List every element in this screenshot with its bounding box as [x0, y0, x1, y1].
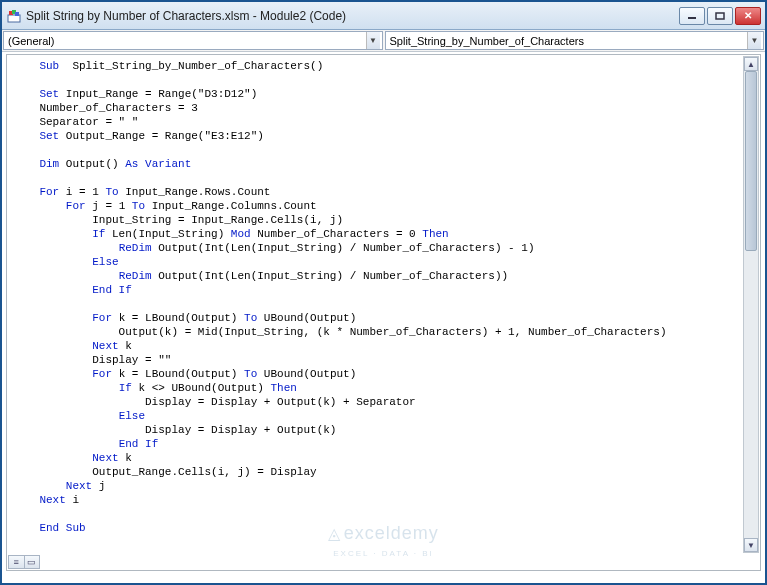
vertical-scrollbar[interactable]: ▲ ▼	[743, 56, 759, 553]
window-title: Split String by Number of Characters.xls…	[26, 9, 679, 23]
procedure-dropdown-value: Split_String_by_Number_of_Characters	[390, 35, 584, 47]
minimize-button[interactable]	[679, 7, 705, 25]
titlebar: Split String by Number of Characters.xls…	[2, 2, 765, 30]
svg-rect-5	[716, 13, 724, 19]
procedure-view-button[interactable]: ≡	[9, 556, 25, 568]
code-editor[interactable]: Sub Split_String_by_Number_of_Characters…	[7, 55, 760, 570]
chevron-down-icon: ▼	[747, 32, 761, 49]
object-dropdown-value: (General)	[8, 35, 54, 47]
object-dropdown[interactable]: (General) ▼	[3, 31, 383, 50]
object-procedure-row: (General) ▼ Split_String_by_Number_of_Ch…	[2, 30, 765, 52]
scroll-down-button[interactable]: ▼	[744, 538, 758, 552]
vba-module-icon	[6, 8, 22, 24]
svg-rect-0	[8, 15, 20, 22]
svg-rect-3	[15, 12, 19, 16]
close-button[interactable]: ✕	[735, 7, 761, 25]
maximize-button[interactable]	[707, 7, 733, 25]
scroll-up-button[interactable]: ▲	[744, 57, 758, 71]
window-buttons: ✕	[679, 7, 761, 25]
full-module-view-button[interactable]: ▭	[25, 556, 40, 568]
procedure-dropdown[interactable]: Split_String_by_Number_of_Characters ▼	[385, 31, 765, 50]
scroll-thumb[interactable]	[745, 71, 757, 251]
code-pane: Sub Split_String_by_Number_of_Characters…	[6, 54, 761, 571]
chevron-down-icon: ▼	[366, 32, 380, 49]
view-mode-buttons: ≡ ▭	[8, 555, 40, 569]
